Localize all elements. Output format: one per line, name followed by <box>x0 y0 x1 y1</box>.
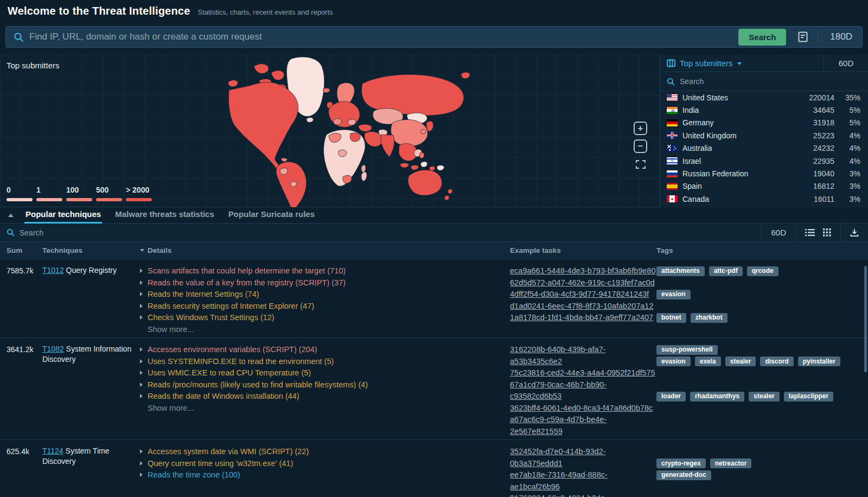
ru-flag-icon <box>667 170 678 177</box>
tag-attachments[interactable]: attachments <box>656 266 705 276</box>
tag-line: susp-powershell <box>656 344 868 356</box>
tag-susp-powershell[interactable]: susp-powershell <box>656 345 718 355</box>
map-zoom-in-button[interactable]: + <box>634 122 647 135</box>
column-techniques[interactable]: Techniques <box>42 246 140 254</box>
tag-netreactor[interactable]: netreactor <box>710 458 752 468</box>
map-fullscreen-button[interactable] <box>634 157 647 171</box>
task-link[interactable]: 1a8178cd-1fd1-4bda-bb47-a9eff77a2407 <box>510 312 653 324</box>
detail-text: Uses SYSTEMINFO.EXE to read the environm… <box>148 356 334 368</box>
tab-bar: Popular techniquesMalware threats statis… <box>0 207 868 224</box>
country-row-russian-federation[interactable]: Russian Federation190403% <box>660 167 868 180</box>
column-sum[interactable]: Sum <box>7 246 42 254</box>
task-link[interactable]: 3162208b-640b-439b-afa7-a53b3435c6e2 <box>510 344 656 367</box>
list-view-icon[interactable] <box>805 228 815 237</box>
page-title: Welcome to the Threat Intelligence <box>8 5 190 17</box>
tag-laplasclipper[interactable]: laplasclipper <box>784 392 833 402</box>
technique-id-link[interactable]: T1082 <box>42 345 64 353</box>
tag-botnet[interactable]: botnet <box>656 313 686 323</box>
detail-line[interactable]: Uses SYSTEMINFO.EXE to read the environm… <box>140 356 510 368</box>
task-link[interactable]: 352452fa-d7e0-414b-93d2-0b3a375eddd1 <box>510 446 656 469</box>
detail-line[interactable]: Query current time using 'w32tm.exe' (41… <box>140 458 510 470</box>
country-percent: 4% <box>834 157 860 165</box>
tag-zharkbot[interactable]: zharkbot <box>691 313 727 323</box>
detail-line[interactable]: Accesses environment variables (SCRIPT) … <box>140 344 510 356</box>
task-link[interactable]: 75c23816-ced2-44e3-a4a4-0952f21df575 <box>510 367 655 379</box>
tag-evasion[interactable]: evasion <box>656 356 691 366</box>
detail-line[interactable]: Reads the value of a key from the regist… <box>140 277 510 289</box>
detail-line[interactable]: Uses WMIC.EXE to read CPU Temperature (5… <box>140 367 510 379</box>
technique-id-link[interactable]: T1012 <box>42 266 64 275</box>
panel-period-selector[interactable]: 60D <box>824 54 868 72</box>
tag-loader[interactable]: loader <box>656 392 686 402</box>
search-button[interactable]: Search <box>738 29 786 46</box>
task-link[interactable]: 3623bff4-6061-4ed0-8ca3-f47a86d0b78c <box>510 403 653 415</box>
show-more-link[interactable]: Show more... <box>140 403 510 415</box>
world-choropleth-map[interactable] <box>228 54 477 207</box>
column-details[interactable]: Details <box>140 246 510 254</box>
tab-popular-techniques[interactable]: Popular techniques <box>24 207 102 224</box>
collapse-section-icon[interactable] <box>8 214 14 217</box>
detail-line[interactable]: Scans artifacts that could help determin… <box>140 265 510 277</box>
country-row-germany[interactable]: Germany319185% <box>660 117 868 129</box>
task-link[interactable]: eca9a661-5448-4de3-b793-bf3ab6fb9e80 <box>510 265 655 277</box>
country-name: Russian Federation <box>678 169 796 178</box>
country-percent: 4% <box>834 131 860 140</box>
tag-line <box>656 367 868 379</box>
detail-line[interactable]: Reads the Internet Settings (74) <box>140 289 510 301</box>
detail-text: Reads security settings of Internet Expl… <box>148 301 314 313</box>
view-toggle <box>795 224 840 241</box>
tag-crypto-regex[interactable]: crypto-regex <box>656 458 706 468</box>
column-tags[interactable]: Tags <box>656 246 868 254</box>
tag-stealer[interactable]: stealer <box>725 356 756 366</box>
country-row-united-kingdom[interactable]: United Kingdom252234% <box>660 129 868 142</box>
country-row-spain[interactable]: Spain168123% <box>660 180 868 193</box>
tag-evasion[interactable]: evasion <box>656 290 691 300</box>
main-search-input[interactable] <box>29 31 733 42</box>
tag-exela[interactable]: exela <box>695 356 721 366</box>
tab-popular-suricata-rules[interactable]: Popular Suricata rules <box>227 207 316 224</box>
column-example-tasks[interactable]: Example tasks <box>510 246 656 254</box>
grid-view-icon[interactable] <box>823 228 831 237</box>
gb-flag-icon <box>667 132 678 139</box>
main-period-selector[interactable]: 180D <box>824 31 857 42</box>
country-row-canada[interactable]: Canada160113% <box>660 193 868 205</box>
tab-malware-threats-statistics[interactable]: Malware threats statistics <box>114 207 215 224</box>
detail-line[interactable]: Reads security settings of Internet Expl… <box>140 301 510 313</box>
vertical-scrollbar[interactable] <box>864 266 867 372</box>
tag-qrcode[interactable]: qrcode <box>747 266 778 276</box>
tag-discord[interactable]: discord <box>760 356 793 366</box>
country-row-australia[interactable]: Australia242324% <box>660 142 868 155</box>
detail-line[interactable]: Reads the date of Windows installation (… <box>140 391 510 403</box>
country-row-israel[interactable]: Israel229354% <box>660 155 868 167</box>
task-link[interactable]: ee7ab18e-7316-49ad-888c-ae1bcaf26b96 <box>510 469 656 493</box>
tag-attc-pdf[interactable]: attc-pdf <box>709 266 743 276</box>
tag-pyinstaller[interactable]: pyinstaller <box>798 356 840 366</box>
country-row-united-states[interactable]: United States22001435% <box>660 91 868 104</box>
panel-search-input[interactable] <box>680 77 868 86</box>
report-icon[interactable] <box>797 31 809 43</box>
show-more-link[interactable]: Show more... <box>140 324 510 336</box>
technique-id-link[interactable]: T1124 <box>42 447 63 455</box>
tag-stealer[interactable]: stealer <box>749 392 780 402</box>
task-link[interactable]: a67ac6c9-c59a-4d7b-be4e-2e567e821559 <box>510 414 656 437</box>
map-legend-swatch <box>96 198 122 201</box>
detail-text: Reads the value of a key from the regist… <box>148 277 346 289</box>
panel-title-dropdown[interactable]: Top submitters <box>660 54 824 72</box>
country-row-india[interactable]: India346455% <box>660 104 868 116</box>
detail-line[interactable]: Accesses system date via WMI (SCRIPT) (2… <box>140 446 510 458</box>
tag-rhadamanthys[interactable]: rhadamanthys <box>690 392 744 402</box>
download-icon[interactable] <box>850 228 859 237</box>
task-link[interactable]: 4dff2f54-d30a-4cf3-9d77-94178241243f <box>510 289 649 301</box>
tag-generated-doc[interactable]: generated-doc <box>656 470 711 480</box>
table-period-selector[interactable]: 60D <box>761 224 795 241</box>
detail-line[interactable]: Reads the time zone (100) <box>140 469 510 481</box>
task-link[interactable]: d1ad0241-6eec-47f8-8f73-10afab207a12 <box>510 301 653 313</box>
detail-line[interactable]: Reads /proc/mounts (likely used to find … <box>140 379 510 391</box>
map-zoom-out-button[interactable]: − <box>634 139 647 153</box>
detail-line[interactable]: Checks Windows Trust Settings (12) <box>140 312 510 324</box>
map-legend-label: 0 <box>7 186 36 194</box>
table-search-input[interactable] <box>20 228 761 237</box>
task-link[interactable]: 62d5d572-a047-462e-919c-c193fef7ac0d <box>510 277 655 289</box>
task-link[interactable]: 67a1cd79-0cac-46b7-bb90-c93582cd6b53 <box>510 379 656 403</box>
task-link[interactable]: 91762824-62c0-4224-b2dc-daf8c74337c6 <box>510 493 656 497</box>
